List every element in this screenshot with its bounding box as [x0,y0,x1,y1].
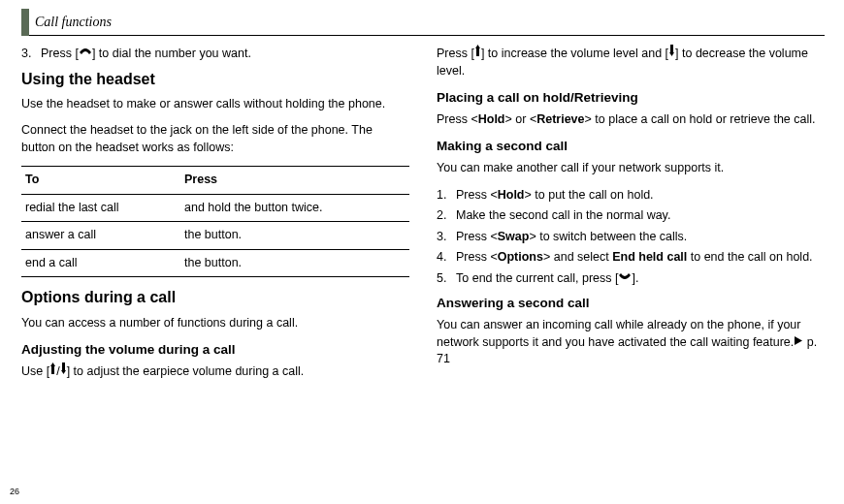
step-text: Press <Options> and select End held call… [456,249,825,267]
step-number: 3. [437,229,456,246]
heading-options-during-call: Options during a call [21,287,409,308]
step-text: Press <Hold> to put the call on hold. [456,187,825,205]
table-header-to: To [21,167,180,195]
left-column: 3. Press [] to dial the number you want.… [21,46,409,391]
text-fragment: Press [ [437,47,474,60]
text-fragment: > to switch between the calls. [529,230,687,243]
heading-answer-second: Answering a second call [437,295,825,313]
list-item: 2. Make the second call in the normal wa… [437,207,825,225]
softkey-label: Options [498,250,543,264]
heading-adjusting-volume: Adjusting the volume during a call [21,341,409,360]
table-cell: the button. [180,249,409,277]
text-fragment: Press [ [41,47,79,60]
content-columns: 3. Press [] to dial the number you want.… [21,46,825,391]
paragraph: Use [/] to adjust the earpiece volume du… [21,363,409,381]
heading-second-call: Making a second call [437,138,825,156]
triangle-right-icon [794,333,803,351]
step-number: 4. [437,249,456,267]
paragraph: Press [] to increase the volume level an… [437,46,825,79]
table-cell: the button. [180,222,409,250]
text-fragment: ] to adjust the earpiece volume during a… [67,364,305,378]
page-number: 26 [10,486,19,498]
text-fragment: ]. [632,271,638,285]
volume-up-icon [474,45,481,62]
step-number: 1. [437,187,456,205]
step-text: To end the current call, press []. [456,270,825,288]
softkey-label: Swap [498,230,530,243]
step-text: Make the second call in the normal way. [456,207,825,225]
text-fragment: Press < [456,188,498,202]
heading-hold-retrieve: Placing a call on hold/Retrieving [437,89,825,108]
text-fragment: ] to dial the number you want. [92,47,251,60]
table-header-press: Press [180,167,409,195]
text-fragment: ] to increase the volume level and [ [481,47,668,60]
table-cell: redial the last call [21,194,180,222]
right-column: Press [] to increase the volume level an… [437,46,825,391]
table-cell: end a call [21,249,180,277]
text-fragment: Use [ [21,364,49,378]
text-fragment: To end the current call, press [ [456,271,618,285]
end-call-icon [618,269,632,287]
step-number: 2. [437,207,456,225]
list-item: 4. Press <Options> and select End held c… [437,249,825,267]
table-row: redial the last call and hold the button… [21,194,409,222]
header-accent-bar [21,9,29,36]
headset-table: To Press redial the last call and hold t… [21,166,409,277]
list-item: 1. Press <Hold> to put the call on hold. [437,187,825,205]
paragraph: Use the headset to make or answer calls … [21,96,409,113]
table-row: end a call the button. [21,249,409,277]
paragraph: You can access a number of functions dur… [21,315,409,332]
list-item: 5. To end the current call, press []. [437,270,825,288]
text-fragment: > to place a call on hold or retrieve th… [585,112,816,126]
text-fragment: > and select [543,250,612,264]
table-header-row: To Press [21,167,409,195]
text-fragment: Press < [437,112,478,126]
list-item: 3. Press <Swap> to switch between the ca… [437,229,825,246]
step-number: 3. [21,46,41,63]
text-fragment: Press < [456,230,498,243]
paragraph: Press <Hold> or <Retrieve> to place a ca… [437,111,825,129]
menu-item-label: End held call [612,250,687,264]
paragraph: You can answer an incoming call while al… [437,317,825,368]
step-number: 5. [437,270,456,288]
page-header: Call functions [21,6,825,36]
heading-using-headset: Using the headset [21,69,409,90]
table-row: answer a call the button. [21,222,409,250]
softkey-label: Hold [498,188,525,202]
text-fragment: > to put the call on hold. [525,188,654,202]
softkey-label: Retrieve [536,112,584,126]
text-fragment: You can answer an incoming call while al… [437,318,800,349]
text-fragment: > or < [505,112,537,126]
text-fragment: Press < [456,250,498,264]
paragraph: You can make another call if your networ… [437,160,825,177]
volume-up-icon [49,362,56,380]
dial-icon [79,45,92,62]
volume-down-icon [60,362,67,380]
step-text: Press <Swap> to switch between the calls… [456,229,825,246]
step-text: Press [] to dial the number you want. [41,46,409,63]
page-title: Call functions [35,13,112,33]
table-cell: answer a call [21,222,180,250]
step-3: 3. Press [] to dial the number you want. [21,46,409,63]
volume-down-icon [668,45,675,62]
table-cell: and hold the button twice. [180,194,409,222]
softkey-label: Hold [478,112,505,126]
paragraph: Connect the headset to the jack on the l… [21,122,409,156]
text-fragment: to end the call on hold. [687,250,812,264]
